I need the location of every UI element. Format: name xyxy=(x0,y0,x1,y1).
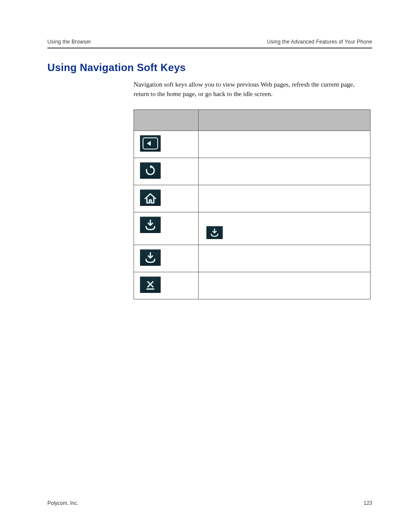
table-row xyxy=(134,272,371,299)
action-cell xyxy=(199,131,371,158)
intro-paragraph: Navigation soft keys allow you to view p… xyxy=(134,80,358,99)
footer-page-number: 123 xyxy=(364,500,372,506)
table-row xyxy=(134,245,371,272)
section-title: Using Navigation Soft Keys xyxy=(47,62,372,74)
table-row xyxy=(134,158,371,185)
header-left: Using the Browser xyxy=(47,39,91,45)
action-cell xyxy=(199,245,371,272)
download-to-tray-icon xyxy=(140,249,161,266)
download-to-tray-icon xyxy=(206,226,223,239)
softkey-cell xyxy=(134,212,199,245)
action-cell xyxy=(199,185,371,212)
refresh-icon xyxy=(140,162,161,179)
action-cell xyxy=(199,158,371,185)
home-icon xyxy=(140,190,161,206)
page: Using the Browser Using the Advanced Fea… xyxy=(0,0,411,532)
footer-company: Polycom, Inc. xyxy=(47,500,78,506)
softkey-cell xyxy=(134,245,199,272)
softkeys-table xyxy=(134,109,371,299)
running-header: Using the Browser Using the Advanced Fea… xyxy=(47,39,372,49)
softkey-cell xyxy=(134,272,199,299)
table-header-icon xyxy=(134,109,199,131)
table-header-action xyxy=(199,109,371,131)
softkey-cell xyxy=(134,185,199,212)
action-cell xyxy=(199,272,371,299)
footer: Polycom, Inc. 123 xyxy=(47,500,372,506)
table-row xyxy=(134,131,371,158)
action-cell xyxy=(199,212,371,245)
softkey-cell xyxy=(134,131,199,158)
exit-icon xyxy=(140,277,161,293)
softkey-cell xyxy=(134,158,199,185)
table-row xyxy=(134,212,371,245)
table-row xyxy=(134,185,371,212)
back-icon xyxy=(140,135,161,152)
header-right: Using the Advanced Features of Your Phon… xyxy=(267,39,372,45)
download-to-tray-icon xyxy=(140,217,161,233)
